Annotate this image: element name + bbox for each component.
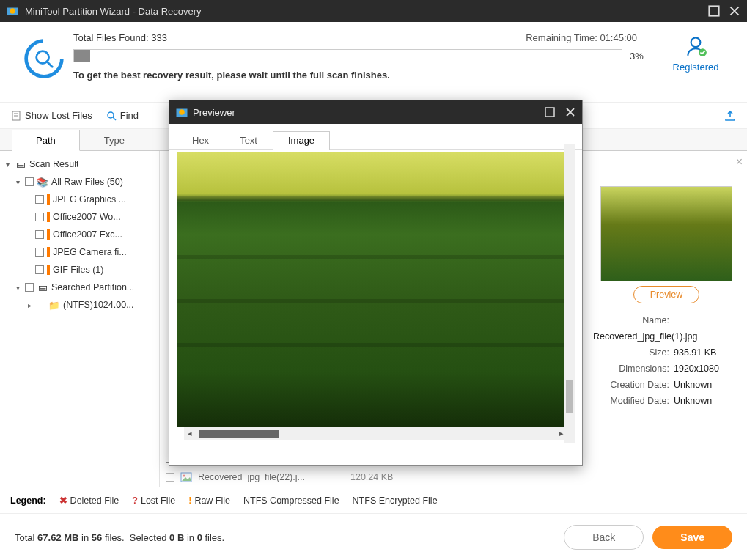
image-file-icon xyxy=(180,471,192,483)
previewer-tab-image[interactable]: Image xyxy=(273,131,330,150)
back-button[interactable]: Back xyxy=(564,525,644,550)
raw-flag-icon xyxy=(47,265,50,275)
folder-icon: 📁 xyxy=(48,300,60,310)
stack-icon: 📚 xyxy=(37,177,48,187)
svg-point-14 xyxy=(108,112,114,118)
legend: Legend: ✖Deleted File ?Lost File !Raw Fi… xyxy=(0,487,747,514)
meta-mdate-value: Unknown xyxy=(674,396,712,406)
app-logo-icon xyxy=(6,4,19,18)
scan-progress-percent: 3% xyxy=(630,51,659,62)
meta-name-value: Recovered_jpg_file(1).jpg xyxy=(593,331,697,342)
save-button[interactable]: Save xyxy=(652,526,732,549)
tree-searched-partitions[interactable]: ▾🖴Searched Partition... xyxy=(3,279,156,296)
tree-office-word[interactable]: Office2007 Wo... xyxy=(3,208,156,226)
raw-flag-icon xyxy=(47,194,50,205)
svg-point-1 xyxy=(10,8,15,14)
raw-flag-icon xyxy=(47,229,50,240)
tree-all-raw[interactable]: ▾📚All Raw Files (50) xyxy=(3,173,156,191)
window-maximize-icon[interactable] xyxy=(707,4,721,18)
meta-name-label: Name: xyxy=(593,312,674,328)
svg-point-19 xyxy=(183,475,185,477)
legend-lost: Lost File xyxy=(141,495,175,506)
scan-progress-bar xyxy=(73,49,622,62)
tree-allraw-label: All Raw Files (50) xyxy=(51,177,123,187)
find-button[interactable]: Find xyxy=(106,110,139,122)
preview-button[interactable]: Preview xyxy=(633,286,699,303)
scroll-h-thumb[interactable] xyxy=(199,430,279,438)
legend-raw: Raw File xyxy=(194,495,230,506)
raw-flag-icon xyxy=(47,212,50,222)
tree-gif[interactable]: GIF Files (1) xyxy=(3,261,156,279)
scroll-left-icon[interactable]: ◂ xyxy=(184,429,196,438)
file-checkbox[interactable] xyxy=(166,473,174,482)
selection-summary: Total 67.62 MB in 56 files. Selected 0 B… xyxy=(15,532,555,543)
window-title: MiniTool Partition Wizard - Data Recover… xyxy=(25,6,700,17)
total-files-found: Total Files Found: 333 xyxy=(73,32,167,43)
tree-office-excel[interactable]: Office2007 Exc... xyxy=(3,226,156,243)
tree-n1-label: JPEG Graphics ... xyxy=(53,194,126,205)
window-close-icon[interactable] xyxy=(728,4,741,18)
svg-rect-22 xyxy=(545,108,554,117)
remaining-time: Remaining Time: 01:45:00 xyxy=(526,32,637,43)
show-lost-files-button[interactable]: Show Lost Files xyxy=(10,110,92,122)
side-preview-panel: × Preview Name:Recovered_jpg_file(1).jpg… xyxy=(586,151,747,487)
legend-ntfs-encrypted: NTFS Encrypted File xyxy=(353,495,438,506)
preview-hscrollbar[interactable]: ◂ ▸ xyxy=(184,427,567,440)
search-icon xyxy=(106,110,117,122)
main-titlebar: MiniTool Partition Wizard - Data Recover… xyxy=(0,0,747,22)
registered-badge[interactable]: Registered xyxy=(659,29,732,102)
file-name: Recovered_jpg_file(22).j... xyxy=(198,472,345,482)
tree-ntfs-partition[interactable]: ▸📁(NTFS)1024.00... xyxy=(3,296,156,314)
meta-cdate-value: Unknown xyxy=(674,380,712,390)
tree-n3-label: Office2007 Exc... xyxy=(53,229,122,240)
svg-point-21 xyxy=(179,109,185,115)
preview-thumbnail xyxy=(600,186,732,281)
tree-root-label: Scan Result xyxy=(29,159,78,169)
meta-size-value: 935.91 KB xyxy=(674,347,716,358)
meta-cdate-label: Creation Date: xyxy=(593,377,674,393)
legend-deleted: Deleted File xyxy=(70,495,119,506)
legend-label: Legend: xyxy=(10,495,46,506)
meta-dim-value: 1920x1080 xyxy=(674,364,719,374)
previewer-title: Previewer xyxy=(193,107,235,118)
tree-n4-label: JPEG Camera fi... xyxy=(53,247,127,257)
svg-line-15 xyxy=(113,117,116,120)
close-side-panel-icon[interactable]: × xyxy=(736,155,743,169)
raw-file-icon: ! xyxy=(188,495,191,506)
file-row[interactable]: Recovered_jpg_file(22).j... 120.24 KB xyxy=(163,468,578,487)
preview-image xyxy=(177,152,575,427)
tree-n5-label: GIF Files (1) xyxy=(53,265,103,275)
scan-status-icon xyxy=(15,29,73,102)
show-lost-files-label: Show Lost Files xyxy=(25,110,92,121)
tab-path[interactable]: Path xyxy=(12,130,80,151)
tree-scan-result[interactable]: ▾🖴Scan Result xyxy=(3,155,156,173)
tree-jpeg-camera[interactable]: JPEG Camera fi... xyxy=(3,243,156,261)
document-icon xyxy=(10,110,22,122)
file-size: 120.24 KB xyxy=(350,472,409,482)
scan-hint: To get the best recovery result, please … xyxy=(73,70,659,81)
export-icon xyxy=(724,109,737,122)
meta-size-label: Size: xyxy=(593,345,674,361)
tab-type[interactable]: Type xyxy=(80,130,149,150)
previewer-tab-text[interactable]: Text xyxy=(224,131,273,149)
svg-line-5 xyxy=(47,62,53,67)
export-result-button[interactable] xyxy=(724,109,737,122)
previewer-logo-icon xyxy=(175,106,188,119)
previewer-close-icon[interactable] xyxy=(564,106,576,118)
previewer-dialog: Previewer Hex Text Image ◂ ▸ xyxy=(169,100,583,466)
previewer-tab-hex[interactable]: Hex xyxy=(177,131,224,149)
svg-rect-2 xyxy=(709,6,719,16)
registered-label: Registered xyxy=(659,62,732,73)
result-tree: ▾🖴Scan Result ▾📚All Raw Files (50) JPEG … xyxy=(0,151,160,487)
svg-point-3 xyxy=(26,41,62,77)
lost-file-icon: ? xyxy=(132,495,138,506)
drive-icon: 🖴 xyxy=(37,282,48,292)
tree-jpeg-graphics[interactable]: JPEG Graphics ... xyxy=(3,191,156,208)
previewer-maximize-icon[interactable] xyxy=(544,106,556,118)
preview-vscrollbar[interactable] xyxy=(564,144,575,443)
raw-flag-icon xyxy=(47,247,50,257)
tree-ntfs-label: (NTFS)1024.00... xyxy=(63,300,134,310)
scroll-v-thumb[interactable] xyxy=(566,380,573,413)
tree-searched-label: Searched Partition... xyxy=(51,282,134,292)
scan-header: Total Files Found: 333 Remaining Time: 0… xyxy=(0,22,747,103)
